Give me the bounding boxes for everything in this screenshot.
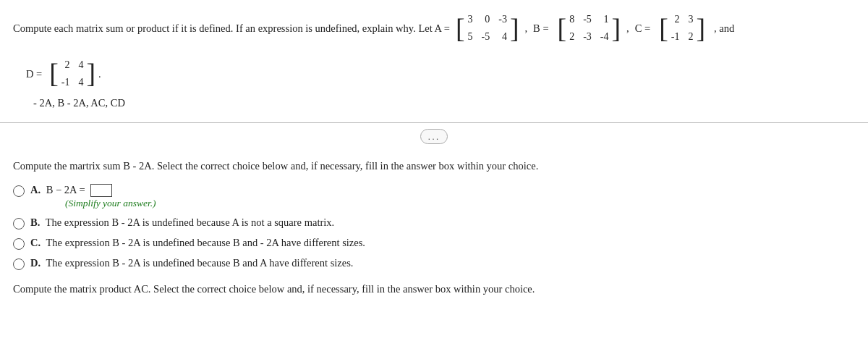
dots-button[interactable]: ...	[420, 129, 448, 144]
matrix-A-container: [ 3 0 -3 5 -5 4 ]	[456, 10, 519, 47]
matrix-C-label: C =	[635, 21, 650, 37]
matrix-A-r1c2: 4	[498, 29, 507, 45]
option-D-text: The expression B - 2A is undefined becau…	[46, 257, 353, 269]
matrix-B-label: B =	[533, 21, 548, 37]
matrix-C-r1c1: 2	[688, 29, 693, 45]
option-B-label: B.	[30, 216, 40, 228]
options-list: A. B − 2A = (Simplify your answer.) B. T…	[13, 184, 855, 271]
ops-text: - 2A, B - 2A, AC, CD	[33, 97, 125, 109]
option-C-radio[interactable]	[13, 238, 25, 250]
d-period: .	[98, 68, 101, 80]
matrix-A-grid: 3 0 -3 5 -5 4	[465, 10, 510, 47]
top-section: Compute each matrix sum or product if it…	[0, 0, 868, 123]
option-D-radio[interactable]	[13, 258, 25, 270]
matrix-A-r0c0: 3	[468, 12, 473, 28]
bracket-right-D: ]	[87, 60, 96, 88]
matrix-C-r0c0: 2	[671, 12, 680, 28]
option-B-radio[interactable]	[13, 218, 25, 230]
bracket-right-A: ]	[510, 15, 519, 43]
question2-text: Compute the matrix product AC. Select th…	[13, 283, 855, 295]
option-C-label: C.	[30, 237, 41, 248]
matrix-C-r0c1: 3	[688, 12, 693, 28]
option-A-item: A. B − 2A = (Simplify your answer.)	[13, 184, 855, 210]
d-section: D = [ 2 4 -1 4 ] .	[26, 56, 855, 93]
matrix-B-r0c2: 1	[600, 12, 609, 28]
divider-row: ...	[0, 123, 868, 151]
matrix-B-r0c1: -5	[583, 12, 592, 28]
option-D-label: D.	[30, 257, 41, 269]
matrix-D-r1c1: 4	[79, 75, 84, 90]
bracket-left-D: [	[49, 60, 59, 88]
matrix-D-label: D =	[26, 68, 42, 80]
bracket-right-B: ]	[612, 15, 621, 43]
matrix-A-r1c1: -5	[482, 29, 490, 45]
bracket-right-C: ]	[696, 15, 705, 43]
option-A-radio[interactable]	[13, 185, 25, 197]
bottom-section: Compute the martrix sum B - 2A. Select t…	[0, 151, 868, 303]
problem-text: Compute each matrix sum or product if it…	[13, 21, 450, 37]
comma-2: ,	[626, 21, 629, 37]
option-A-label: A.	[30, 184, 41, 195]
question1-text: Compute the martrix sum B - 2A. Select t…	[13, 160, 855, 172]
option-B-text: The expression B - 2A is undefined becau…	[46, 216, 334, 228]
comma-1: ,	[524, 21, 527, 37]
option-B-item: B. The expression B - 2A is undefined be…	[13, 216, 855, 230]
matrix-B-container: [ 8 -5 1 2 -3 -4 ]	[558, 10, 621, 47]
simplify-text-A: (Simplify your answer.)	[65, 198, 156, 209]
option-D-item: D. The expression B - 2A is undefined be…	[13, 257, 855, 270]
matrix-C-container: [ 2 3 -1 2 ]	[659, 10, 705, 47]
matrix-D-r1c0: -1	[61, 75, 70, 90]
matrix-D-r0c0: 2	[61, 57, 70, 73]
matrix-A-r1c0: 5	[468, 29, 473, 45]
matrix-A-r0c2: -3	[498, 12, 507, 28]
answer-box-A[interactable]	[90, 184, 112, 197]
option-A-text-before: B − 2A =	[46, 184, 85, 195]
matrix-B-grid: 8 -5 1 2 -3 -4	[566, 10, 611, 47]
matrix-C-grid: 2 3 -1 2	[668, 10, 697, 47]
bracket-left-B: [	[558, 15, 567, 43]
matrix-B-r1c1: -3	[583, 29, 592, 45]
matrix-A-r0c1: 0	[482, 12, 490, 28]
problem-statement: Compute each matrix sum or product if it…	[13, 10, 855, 47]
option-C-text: The expression B - 2A is undefined becau…	[46, 237, 365, 248]
matrix-B-r0c0: 8	[569, 12, 574, 28]
matrix-D-container: [ 2 4 -1 4 ]	[49, 56, 95, 93]
matrix-C-r1c0: -1	[671, 29, 680, 45]
and-text: , and	[714, 21, 734, 37]
bracket-left-A: [	[456, 15, 465, 43]
matrix-D-r0c1: 4	[79, 57, 84, 73]
ops-line: - 2A, B - 2A, AC, CD	[33, 97, 855, 109]
matrix-B-r1c0: 2	[569, 29, 574, 45]
option-C-item: C. The expression B - 2A is undefined be…	[13, 237, 855, 250]
bracket-left-C: [	[659, 15, 668, 43]
matrix-B-r1c2: -4	[600, 29, 609, 45]
matrix-D-grid: 2 4 -1 4	[59, 56, 87, 93]
